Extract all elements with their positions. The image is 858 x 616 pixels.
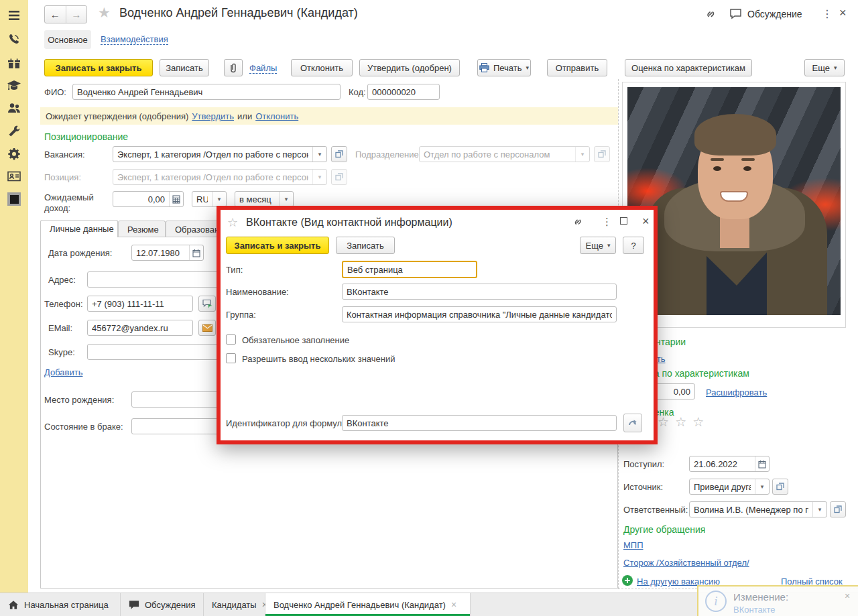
department-open-button[interactable] [594,146,610,162]
add-plus-icon[interactable] [622,575,633,586]
change-notification[interactable]: i Изменение: ВКонтакте × [697,585,858,616]
discussion-button[interactable]: Обсуждение [729,8,802,19]
calculator-icon[interactable] [169,192,183,206]
vacancy-dropdown-arrow[interactable]: ▾ [312,147,326,162]
income-input[interactable] [113,192,169,206]
responsible-input[interactable] [690,502,812,517]
fio-input[interactable] [72,84,341,100]
department-input[interactable] [420,147,575,162]
mpp-link[interactable]: МПП [623,540,644,550]
vacancy-open-button[interactable] [331,146,347,162]
active-tab-close-icon[interactable]: × [451,599,456,610]
source-input[interactable] [690,479,755,494]
forward-button[interactable]: → [66,6,87,23]
taskbar-home-tab[interactable]: Начальная страница [0,593,121,616]
source-open-button[interactable] [772,479,788,495]
wrench-icon[interactable] [7,124,21,139]
currency-dropdown-arrow[interactable]: ▾ [212,192,226,206]
tab-personal-data[interactable]: Личные данные [40,220,118,237]
warning-approve-link[interactable]: Утвердить [192,111,234,121]
period-dropdown-arrow[interactable]: ▾ [279,192,293,206]
gifts-icon[interactable] [7,56,21,70]
contact-kind-dialog: ☆ ВКонтакте (Вид контактной информации) … [217,206,658,444]
tab-resume[interactable]: Резюме [118,221,166,237]
group-label: Группа: [226,310,256,320]
menu-icon[interactable] [7,8,21,23]
identifier-input[interactable] [342,415,617,431]
decrypt-link[interactable]: Расшифровать [706,387,767,397]
modal-help-button[interactable]: ? [623,237,644,254]
modal-kebab-icon[interactable]: ⋮ [598,215,616,229]
kebab-menu-icon[interactable]: ⋮ [818,7,837,21]
currency-value[interactable] [192,192,212,206]
save-close-button[interactable]: Записать и закрыть [44,59,153,76]
phone-icon[interactable] [7,32,21,47]
department-combo: ▾ [419,146,590,162]
taskbar-discussions-tab[interactable]: Обсуждения [121,593,204,616]
back-button[interactable]: ← [45,6,66,23]
source-dropdown-arrow[interactable]: ▾ [755,479,769,494]
print-button[interactable]: Печать ▾ [477,59,531,76]
get-link-icon[interactable] [704,7,717,21]
code-input[interactable] [367,84,440,100]
assessment-button[interactable]: Оценка по характеристикам [625,59,752,76]
navtab-interactions[interactable]: Взаимодействия [101,34,168,45]
approve-button[interactable]: Утвердить (одобрен) [359,59,460,76]
group-input[interactable] [342,306,617,322]
period-value[interactable] [235,192,279,206]
type-input[interactable] [342,261,477,278]
position-open-button[interactable] [331,169,347,185]
birthdate-calendar-icon[interactable] [189,245,203,260]
decline-button[interactable]: Отклонить [291,59,353,76]
navtab-main[interactable]: Основное [44,30,91,49]
taskbar-candidates-tab[interactable]: Кандидаты × [204,593,265,616]
modal-favorite-star-icon[interactable]: ☆ [227,215,238,230]
name-input[interactable] [342,284,617,300]
modal-more-button[interactable]: Еще ▾ [580,237,616,254]
modal-close-icon[interactable]: × [638,214,654,229]
more-button[interactable]: Еще ▾ [804,59,845,76]
modal-save-button[interactable]: Записать [336,237,395,254]
gear-icon[interactable] [7,147,21,162]
favorite-star-icon[interactable]: ★ [98,5,111,21]
modal-get-link-icon[interactable] [572,216,584,228]
modal-maximize-icon[interactable] [620,217,627,225]
notification-link[interactable]: ВКонтакте [733,605,776,615]
responsible-open-button[interactable] [830,501,846,517]
send-sms-button[interactable] [198,296,216,312]
notification-close-icon[interactable]: × [845,591,850,601]
income-label-line2: доход: [44,203,70,213]
warning-decline-link[interactable]: Отклонить [255,111,298,121]
people-icon[interactable] [7,101,21,116]
send-email-button[interactable] [198,320,216,336]
storozh-link[interactable]: Сторож /Хозяйственный отдел/ [623,558,749,568]
identifier-refresh-button[interactable] [623,414,642,432]
star-3-icon[interactable]: ☆ [658,415,675,429]
received-calendar-icon[interactable] [755,456,769,471]
phone-input[interactable] [87,296,193,312]
responsible-dropdown-arrow[interactable]: ▾ [812,502,826,517]
received-date-input[interactable] [690,456,755,471]
screen-icon[interactable] [7,192,21,206]
send-button[interactable]: Отправить [547,59,607,76]
files-link[interactable]: Файлы [249,63,277,74]
taskbar-active-tab[interactable]: Водченко Андрей Геннадьевич (Кандидат) × [265,593,471,616]
star-4-icon[interactable]: ☆ [675,415,692,429]
save-button[interactable]: Записать [160,59,209,76]
id-card-icon[interactable] [7,169,21,184]
multiple-values-checkbox[interactable] [226,353,236,363]
approval-warning-bar: Ожидает утверждения (одобрения) Утвердит… [40,107,618,125]
star-5-icon[interactable]: ☆ [692,415,710,429]
required-checkbox[interactable] [226,334,236,345]
window-close-icon[interactable]: × [835,5,851,21]
email-input[interactable] [87,320,193,336]
vacancy-input[interactable] [113,147,312,162]
education-icon[interactable] [7,78,21,93]
modal-save-close-button[interactable]: Записать и закрыть [226,237,329,254]
add-contact-link[interactable]: Добавить [44,367,82,377]
birthdate-input[interactable] [132,245,189,260]
department-dropdown-arrow[interactable]: ▾ [575,147,589,162]
position-dropdown-arrow[interactable]: ▾ [312,170,326,184]
paperclip-button[interactable] [224,59,243,76]
position-input[interactable] [113,170,312,184]
